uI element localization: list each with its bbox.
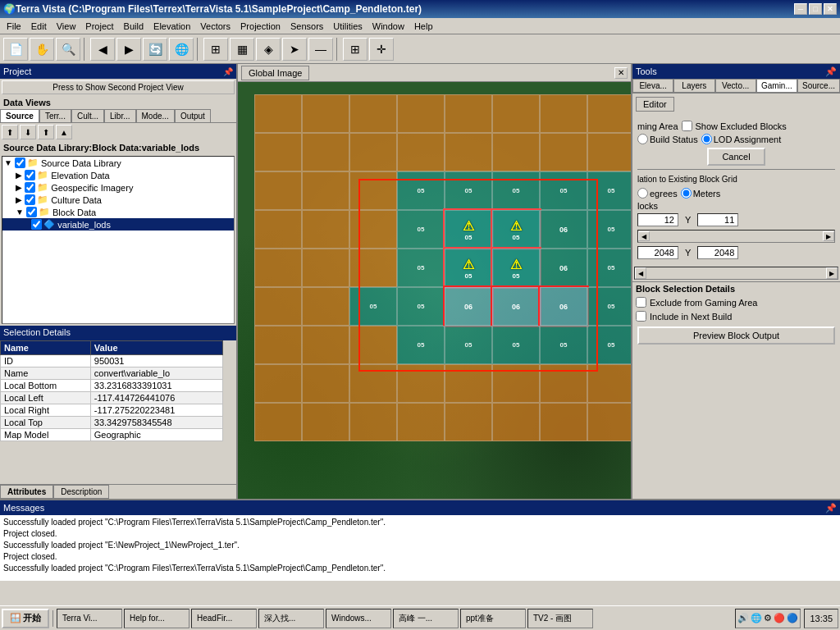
grid-cell[interactable]: 05: [492, 171, 540, 210]
grid-cell[interactable]: [349, 249, 397, 287]
menu-utilities[interactable]: Utilities: [328, 20, 367, 33]
grid-cell[interactable]: [349, 210, 397, 249]
toolbar-new[interactable]: 📄: [3, 38, 28, 61]
grid-cell[interactable]: 06: [540, 210, 587, 249]
tab-layers[interactable]: Layers: [673, 79, 714, 93]
grid-cell[interactable]: [397, 364, 445, 403]
grid-cell[interactable]: [397, 94, 445, 133]
tree-culture[interactable]: ▶ 📁 Culture Data: [2, 194, 234, 206]
taskbar-ppt[interactable]: ppt准备: [460, 609, 526, 628]
tree-btn-1[interactable]: ⬆: [2, 125, 18, 139]
global-image-tab[interactable]: Global Image: [241, 66, 309, 80]
toolbar-refresh[interactable]: 🔄: [143, 38, 167, 61]
grid-cell[interactable]: 05: [540, 326, 587, 364]
grid-cell-warning-1[interactable]: ⚠ 05: [445, 210, 492, 249]
grid-cell[interactable]: 05: [540, 171, 587, 210]
degrees-radio[interactable]: [637, 188, 648, 199]
grid-cell-selected-3[interactable]: 06: [540, 287, 587, 326]
taskbar-tv2[interactable]: TV2 - 画图: [527, 609, 593, 628]
tab-description[interactable]: Description: [53, 485, 109, 499]
grid-cell[interactable]: [254, 94, 302, 133]
tab-terr[interactable]: Terr...: [39, 109, 71, 122]
grid-cell-warning-4[interactable]: ⚠ 05: [492, 249, 540, 287]
build-status-radio-label[interactable]: Build Status: [637, 134, 698, 144]
global-image-close-button[interactable]: ✕: [614, 67, 628, 79]
toolbar-minus[interactable]: —: [308, 38, 333, 61]
map-canvas[interactable]: 05 05 05 05 05 05 ⚠ 05: [238, 82, 631, 499]
toolbar-arrow[interactable]: ➤: [282, 38, 307, 61]
taskbar-help-for[interactable]: Help for...: [124, 609, 189, 628]
grid-cell[interactable]: 05: [349, 287, 397, 326]
scroll-right-btn[interactable]: ▶: [826, 267, 838, 279]
toolbar-zoom[interactable]: 🔍: [56, 38, 80, 61]
menu-help[interactable]: Help: [409, 20, 438, 33]
menu-file[interactable]: File: [2, 20, 26, 33]
taskbar-deepin[interactable]: 深入找...: [258, 609, 324, 628]
close-button[interactable]: ✕: [824, 3, 837, 15]
grid-cell-warning-2[interactable]: ⚠ 05: [492, 210, 540, 249]
grid-cell[interactable]: [445, 94, 492, 133]
grid-cell[interactable]: [445, 133, 492, 171]
taskbar-terra-vi[interactable]: Terra Vi...: [57, 609, 122, 628]
toolbar-globe[interactable]: 🌐: [169, 38, 194, 61]
tree-btn-3[interactable]: ⬆: [38, 125, 54, 139]
grid-cell[interactable]: [254, 403, 302, 441]
tree-variablelods-checkbox[interactable]: [31, 219, 42, 230]
degrees-radio-label[interactable]: egrees: [637, 188, 678, 199]
grid-cell[interactable]: 05: [397, 287, 445, 326]
grid-cell[interactable]: [540, 364, 587, 403]
grid-cell[interactable]: 05: [397, 326, 445, 364]
tab-mode[interactable]: Mode...: [136, 109, 175, 122]
menu-vectors[interactable]: Vectors: [195, 20, 235, 33]
tab-output[interactable]: Output: [175, 109, 211, 122]
grid-cell[interactable]: [587, 94, 631, 133]
messages-pin[interactable]: 📌: [825, 503, 837, 514]
menu-sensors[interactable]: Sensors: [285, 20, 328, 33]
grid-cell[interactable]: [254, 249, 302, 287]
taskbar-windows[interactable]: Windows...: [326, 609, 391, 628]
grid-cell[interactable]: [492, 94, 540, 133]
tab-attributes[interactable]: Attributes: [0, 485, 53, 499]
show-excluded-checkbox[interactable]: [682, 121, 692, 131]
toolbar-grid[interactable]: ⊞: [203, 38, 228, 61]
tree-blockdata-checkbox[interactable]: [26, 207, 37, 217]
grid-cell[interactable]: 05: [492, 326, 540, 364]
tree-elevation[interactable]: ▶ 📁 Elevation Data: [2, 169, 234, 181]
tree-view[interactable]: ▼ 📁 Source Data Library ▶ 📁 Elevation Da…: [2, 156, 235, 324]
menu-projection[interactable]: Projection: [235, 20, 285, 33]
tab-source[interactable]: Source...: [797, 79, 840, 93]
tree-blockdata[interactable]: ▼ 📁 Block Data: [2, 206, 234, 218]
y-blocks-field[interactable]: 11: [697, 213, 738, 226]
grid-cell[interactable]: [397, 403, 445, 441]
grid-cell[interactable]: [397, 133, 445, 171]
grid-cell[interactable]: [492, 403, 540, 441]
cancel-button[interactable]: Cancel: [707, 148, 765, 166]
tree-btn-4[interactable]: ▲: [56, 125, 72, 139]
tab-cult[interactable]: Cult...: [71, 109, 104, 122]
toolbar-hand[interactable]: ✋: [30, 38, 54, 61]
lod-assignment-radio-label[interactable]: LOD Assignment: [701, 134, 782, 144]
menu-edit[interactable]: Edit: [26, 20, 52, 33]
menu-window[interactable]: Window: [368, 20, 409, 33]
grid-cell[interactable]: [302, 364, 349, 403]
meters-radio-label[interactable]: Meters: [681, 188, 721, 199]
tree-geospecific[interactable]: ▶ 📁 Geospecific Imagery: [2, 181, 234, 194]
horizontal-scrollbar[interactable]: ◀ ▶: [637, 230, 835, 243]
grid-cell[interactable]: [254, 326, 302, 364]
preview-block-output-button[interactable]: Preview Block Output: [637, 326, 835, 345]
grid-cell[interactable]: [492, 364, 540, 403]
grid-cell[interactable]: [302, 210, 349, 249]
x-size-field[interactable]: 2048: [637, 246, 678, 259]
scroll-left-arrow[interactable]: ◀: [638, 231, 650, 241]
toolbar-forward[interactable]: ▶: [116, 38, 141, 61]
tree-geospecific-checkbox[interactable]: [25, 182, 35, 193]
grid-cell[interactable]: [587, 133, 631, 171]
grid-cell-selected-1[interactable]: 06: [445, 287, 492, 326]
menu-view[interactable]: View: [52, 20, 81, 33]
mid-scrollbar[interactable]: ◀ ▶: [634, 267, 838, 280]
grid-cell[interactable]: [349, 94, 397, 133]
grid-cell[interactable]: 05: [587, 171, 631, 210]
grid-cell[interactable]: [540, 403, 587, 441]
toolbar-select[interactable]: ▦: [230, 38, 254, 61]
toolbar-back[interactable]: ◀: [90, 38, 115, 61]
